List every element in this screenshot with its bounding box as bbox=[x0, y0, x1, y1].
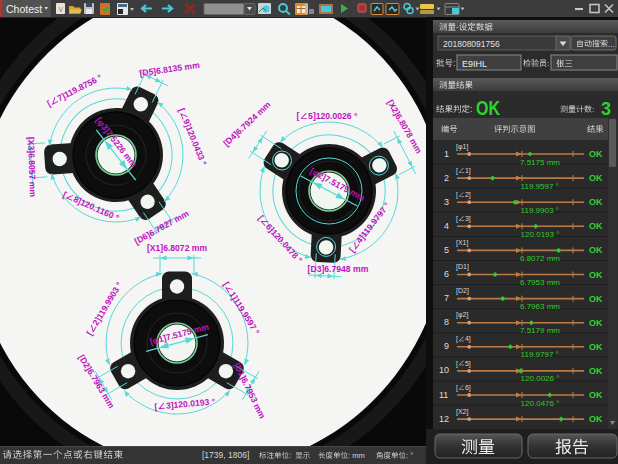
svg-text:[: [ bbox=[456, 360, 458, 368]
svg-text:[: [ bbox=[456, 335, 458, 343]
svg-text:5]120.0026 °: 5]120.0026 ° bbox=[308, 111, 358, 121]
svg-text:6]: 6] bbox=[465, 384, 471, 392]
svg-text:[X3]6.8057 mm: [X3]6.8057 mm bbox=[26, 137, 38, 198]
svg-text:·: · bbox=[456, 22, 459, 32]
svg-text:5]: 5] bbox=[465, 360, 471, 368]
svg-text:[φ2]: [φ2] bbox=[456, 311, 468, 319]
svg-text:[X1]: [X1] bbox=[456, 239, 469, 247]
svg-text:120.0193 °: 120.0193 ° bbox=[521, 230, 560, 239]
svg-text:OK: OK bbox=[589, 173, 603, 183]
svg-text:OK: OK bbox=[589, 342, 603, 352]
svg-text:OK: OK bbox=[589, 318, 603, 328]
svg-text:OK: OK bbox=[476, 97, 500, 119]
svg-text:120.0476 °: 120.0476 ° bbox=[521, 399, 560, 408]
svg-text:...: ... bbox=[608, 40, 615, 49]
svg-text:10: 10 bbox=[439, 365, 449, 375]
svg-text:3: 3 bbox=[601, 99, 611, 119]
svg-text:[: [ bbox=[456, 191, 458, 199]
svg-text:5: 5 bbox=[444, 245, 449, 255]
svg-text:[: [ bbox=[456, 167, 458, 175]
svg-text:7.5175 mm: 7.5175 mm bbox=[520, 158, 560, 167]
svg-text:120.0026 °: 120.0026 ° bbox=[521, 374, 560, 383]
svg-text:: °: : ° bbox=[406, 451, 413, 460]
svg-text:9: 9 bbox=[444, 341, 449, 351]
svg-text:1: 1 bbox=[444, 149, 449, 159]
svg-text:11: 11 bbox=[439, 390, 448, 400]
svg-text:[X2]: [X2] bbox=[456, 408, 469, 416]
svg-text:119.9597 °: 119.9597 ° bbox=[521, 182, 559, 191]
svg-text:2: 2 bbox=[444, 173, 449, 183]
svg-text::: : bbox=[470, 104, 472, 114]
svg-text:[D3]6.7948 mm: [D3]6.7948 mm bbox=[308, 264, 369, 274]
svg-text:6.7963 mm: 6.7963 mm bbox=[520, 302, 560, 311]
svg-text:[D1]: [D1] bbox=[456, 263, 469, 271]
svg-text:3: 3 bbox=[444, 197, 449, 207]
svg-text:12: 12 bbox=[439, 414, 449, 424]
svg-text:OK: OK bbox=[589, 245, 603, 255]
svg-text:[: [ bbox=[297, 111, 300, 121]
svg-text:201808091756: 201808091756 bbox=[443, 39, 500, 49]
svg-text:1]: 1] bbox=[465, 167, 471, 175]
svg-text:119.9797 °: 119.9797 ° bbox=[521, 350, 559, 359]
svg-text:6.7953 mm: 6.7953 mm bbox=[520, 278, 560, 287]
svg-text:[1739, 1806]: [1739, 1806] bbox=[202, 450, 249, 460]
svg-text:Chotest: Chotest bbox=[6, 3, 42, 15]
svg-text:[: [ bbox=[456, 215, 458, 223]
svg-text::: : bbox=[453, 58, 455, 68]
svg-text:6: 6 bbox=[444, 269, 449, 279]
svg-text:OK: OK bbox=[589, 366, 603, 376]
svg-text:[X1]6.8072 mm: [X1]6.8072 mm bbox=[147, 243, 208, 253]
svg-text:[φ1]: [φ1] bbox=[456, 143, 468, 151]
svg-text:E9IHL: E9IHL bbox=[462, 59, 487, 69]
svg-text:119.9903 °: 119.9903 ° bbox=[521, 206, 559, 215]
svg-text:OK: OK bbox=[589, 270, 603, 280]
svg-text:OK: OK bbox=[589, 197, 603, 207]
svg-text:4]: 4] bbox=[465, 335, 471, 343]
svg-text:7.5179 mm: 7.5179 mm bbox=[520, 326, 560, 335]
svg-text:6.8072 mm: 6.8072 mm bbox=[520, 254, 560, 263]
svg-text:[D2]: [D2] bbox=[456, 287, 469, 295]
svg-text:OK: OK bbox=[589, 221, 603, 231]
svg-text::: : bbox=[592, 105, 594, 114]
svg-text:OK: OK bbox=[589, 149, 603, 159]
svg-text:2]: 2] bbox=[465, 191, 471, 199]
svg-text::: : bbox=[547, 59, 549, 68]
svg-text:: mm: : mm bbox=[348, 451, 365, 460]
svg-text:4: 4 bbox=[444, 221, 449, 231]
svg-text:OK: OK bbox=[589, 294, 603, 304]
svg-text:V: V bbox=[59, 6, 64, 13]
svg-text:OK: OK bbox=[589, 414, 603, 424]
svg-text:7: 7 bbox=[444, 293, 449, 303]
svg-text:OK: OK bbox=[589, 390, 603, 400]
svg-text:3]: 3] bbox=[465, 215, 471, 223]
svg-text:[: [ bbox=[456, 384, 458, 392]
svg-text::: : bbox=[289, 451, 291, 460]
svg-text:8: 8 bbox=[444, 317, 449, 327]
